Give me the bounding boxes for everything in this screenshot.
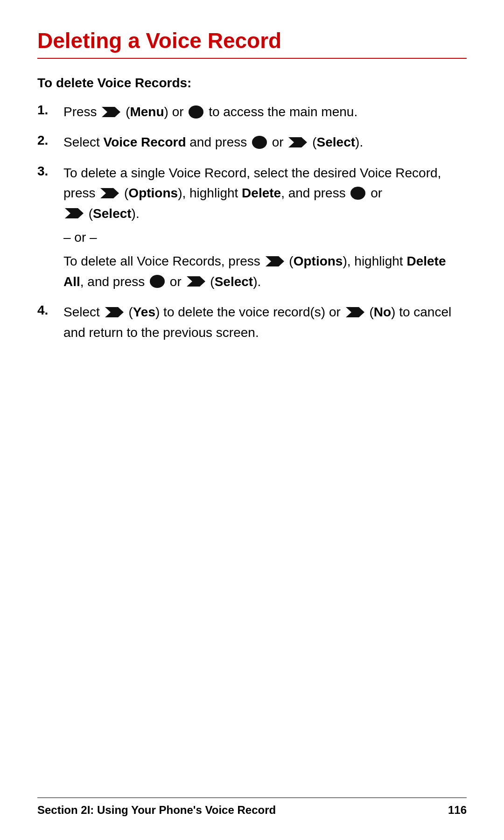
oval-button-icon (189, 105, 203, 119)
select-button-icon-3 (187, 274, 205, 288)
step-2: 2. Select Voice Record and press or (Sel… (37, 132, 467, 152)
options-button-icon-1 (100, 186, 119, 200)
delete-label: Delete (242, 186, 281, 200)
step-3-number: 3. (37, 163, 63, 179)
svg-marker-6 (105, 307, 124, 317)
oval-button-2-icon (252, 136, 267, 149)
main-content: Deleting a Voice Record To delete Voice … (37, 28, 467, 812)
step-1-content: Press (Menu) or to access the main menu. (63, 102, 467, 122)
section-heading: To delete Voice Records: (37, 76, 467, 91)
svg-marker-1 (288, 137, 307, 147)
yes-label: Yes (133, 305, 155, 319)
options-button-icon-2 (266, 254, 284, 268)
svg-marker-4 (266, 256, 284, 266)
or-separator: – or – (63, 227, 467, 247)
voice-record-label: Voice Record (104, 135, 186, 149)
step-2-number: 2. (37, 132, 63, 148)
options-label-1: Options (128, 186, 178, 200)
svg-marker-3 (65, 208, 84, 218)
no-button-icon (346, 305, 364, 319)
svg-marker-7 (346, 307, 364, 317)
no-label: No (374, 305, 391, 319)
title-rule (37, 58, 467, 59)
steps-list: 1. Press (Menu) or to access the main me… (37, 102, 467, 343)
delete-all-label: Delete All (63, 254, 446, 288)
svg-marker-0 (102, 107, 120, 117)
step-3-content: To delete a single Voice Record, select … (63, 163, 467, 292)
select-label-4: Select (215, 274, 253, 289)
step-4: 4. Select (Yes) to delete the voice reco… (37, 302, 467, 343)
select-label-3: Select (93, 206, 132, 221)
select-button-icon (288, 135, 307, 149)
menu-label: Menu (130, 105, 164, 119)
page-footer: Section 2I: Using Your Phone's Voice Rec… (37, 798, 467, 817)
step-4-content: Select (Yes) to delete the voice record(… (63, 302, 467, 343)
oval-button-3-icon (350, 187, 365, 200)
step-4-number: 4. (37, 302, 63, 318)
step-3: 3. To delete a single Voice Record, sele… (37, 163, 467, 292)
footer-page-number: 116 (448, 804, 467, 817)
step-2-content: Select Voice Record and press or (Select… (63, 132, 467, 152)
select-button-icon-2 (65, 206, 84, 220)
yes-button-icon (105, 305, 124, 319)
svg-marker-2 (100, 188, 119, 198)
select-label-2: Select (317, 135, 356, 149)
oval-button-4-icon (150, 275, 165, 288)
page-container: Deleting a Voice Record To delete Voice … (0, 0, 504, 840)
step-1-number: 1. (37, 102, 63, 118)
options-label-2: Options (294, 254, 343, 268)
step-1: 1. Press (Menu) or to access the main me… (37, 102, 467, 122)
page-title: Deleting a Voice Record (37, 28, 467, 53)
menu-button-icon (102, 105, 120, 119)
footer-section-label: Section 2I: Using Your Phone's Voice Rec… (37, 804, 276, 817)
svg-marker-5 (187, 276, 205, 287)
